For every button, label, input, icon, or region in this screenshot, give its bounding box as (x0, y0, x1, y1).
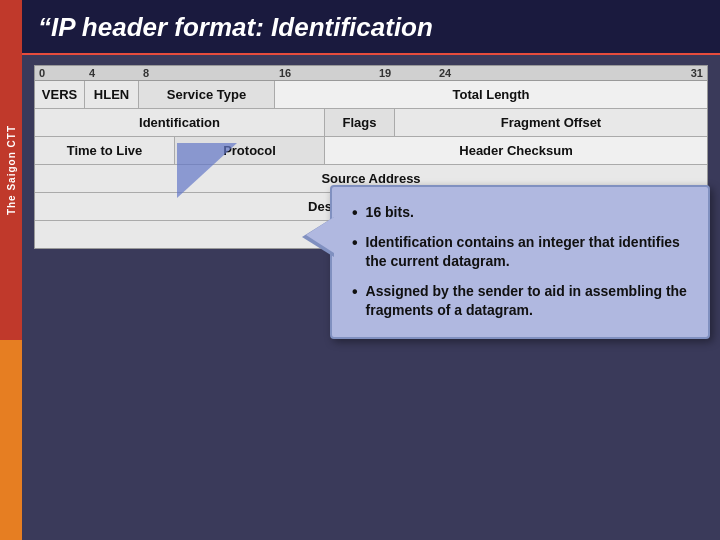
bit-19: 19 (375, 66, 435, 80)
title-bar: “IP header format: Identification (22, 0, 720, 55)
cell-ttl: Time to Live (35, 137, 175, 164)
callout-text-3: Assigned by the sender to aid in assembl… (366, 282, 688, 321)
cell-total-length: Total Length (275, 81, 707, 108)
cell-flags: Flags (325, 109, 395, 136)
bit-4: 4 (85, 66, 139, 80)
callout-pointer-fill (306, 217, 334, 253)
callout-text-2: Identification contains an integer that … (366, 233, 688, 272)
bullet-3: • (352, 283, 358, 301)
table-row-2: Identification Flags Fragment Offset (35, 109, 707, 137)
left-sidebar: The Saigon CTT (0, 0, 22, 540)
sidebar-label: The Saigon CTT (6, 125, 17, 215)
bit-24: 24 (435, 66, 495, 80)
sidebar-top: The Saigon CTT (0, 0, 22, 340)
callout-item-2: • Identification contains an integer tha… (352, 233, 688, 272)
bit-16: 16 (275, 66, 375, 80)
main-content: “IP header format: Identification 0 4 8 … (22, 0, 720, 540)
callout-box: • 16 bits. • Identification contains an … (330, 185, 710, 339)
slide: The Saigon CTT “IP header format: Identi… (0, 0, 720, 540)
pointer-triangle (177, 143, 237, 198)
sidebar-bottom (0, 340, 22, 540)
title-text: “IP header format: Identification (38, 12, 433, 42)
table-row-3: Time to Live Protocol Header Checksum (35, 137, 707, 165)
cell-header-checksum: Header Checksum (325, 137, 707, 164)
bit-0: 0 (35, 66, 85, 80)
bit-number-row: 0 4 8 16 19 24 31 (35, 66, 707, 81)
table-row-1: VERS HLEN Service Type Total Length (35, 81, 707, 109)
cell-hlen: HLEN (85, 81, 139, 108)
bullet-1: • (352, 204, 358, 222)
cell-vers: VERS (35, 81, 85, 108)
cell-service-type: Service Type (139, 81, 275, 108)
cell-identification: Identification (35, 109, 325, 136)
callout-item-1: • 16 bits. (352, 203, 688, 223)
title-prefix: “IP header format: (38, 12, 271, 42)
callout-text-1: 16 bits. (366, 203, 414, 223)
title-highlight: Identification (271, 12, 433, 42)
callout-item-3: • Assigned by the sender to aid in assem… (352, 282, 688, 321)
cell-fragment-offset: Fragment Offset (395, 109, 707, 136)
bit-31: 31 (495, 66, 707, 80)
bit-8: 8 (139, 66, 275, 80)
bullet-2: • (352, 234, 358, 252)
content-area: 0 4 8 16 19 24 31 VERS HLEN Service Type… (22, 55, 720, 540)
